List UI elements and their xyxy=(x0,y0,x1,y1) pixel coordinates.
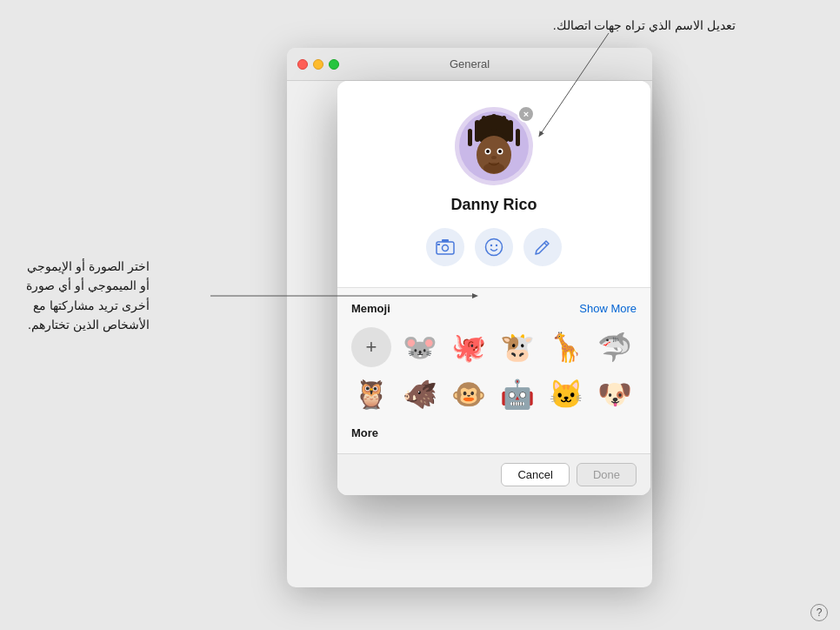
list-item[interactable]: 🐶 xyxy=(595,374,635,414)
dialog-footer: Cancel Done xyxy=(337,453,650,495)
svg-point-20 xyxy=(486,239,503,256)
action-buttons-row xyxy=(426,228,562,266)
remove-avatar-button[interactable]: × xyxy=(517,105,535,123)
callout-left-line2: أو الميموجي أو أي صورة xyxy=(26,276,150,295)
callout-left-line3: أخرى تريد مشاركتها مع xyxy=(26,296,150,315)
list-item[interactable]: 🐗 xyxy=(400,374,440,414)
svg-point-12 xyxy=(486,150,490,153)
list-item[interactable]: 🤖 xyxy=(497,374,537,414)
callout-left: اختر الصورة أو الإيموجي أو الميموجي أو أ… xyxy=(26,257,150,335)
avatar-section: × Danny Rico xyxy=(337,81,650,287)
memoji-picker-panel: Memoji Show More + 🐭 🐙 🐮 🦒 🦈 🦉 🐗 🐵 🤖 🐱 🐶… xyxy=(337,287,650,453)
more-section-label: More xyxy=(351,426,637,439)
user-name: Danny Rico xyxy=(450,196,537,214)
show-more-link[interactable]: Show More xyxy=(579,302,637,315)
minimize-button[interactable] xyxy=(313,59,323,70)
list-item[interactable]: 🦒 xyxy=(546,327,586,367)
svg-rect-19 xyxy=(437,244,440,245)
svg-rect-7 xyxy=(502,116,506,135)
done-button[interactable]: Done xyxy=(577,463,637,486)
maximize-button[interactable] xyxy=(329,59,339,70)
svg-rect-5 xyxy=(516,129,520,146)
cancel-button[interactable]: Cancel xyxy=(501,463,569,486)
svg-rect-4 xyxy=(468,129,472,146)
list-item[interactable]: 🦈 xyxy=(595,327,635,367)
callout-top-text: تعديل الاسم الذي تراه جهات اتصالك. xyxy=(553,18,736,32)
add-memoji-button[interactable]: + xyxy=(351,327,391,367)
close-button[interactable] xyxy=(297,59,308,70)
list-item[interactable]: 🐱 xyxy=(546,374,586,414)
svg-point-15 xyxy=(483,163,504,173)
svg-point-13 xyxy=(498,150,502,153)
svg-rect-6 xyxy=(482,116,486,135)
svg-rect-18 xyxy=(442,239,449,242)
svg-rect-8 xyxy=(491,114,497,131)
traffic-lights xyxy=(297,59,339,70)
svg-rect-3 xyxy=(508,120,513,142)
avatar-wrapper: × xyxy=(455,107,533,185)
svg-point-17 xyxy=(443,245,449,251)
callout-left-line1: اختر الصورة أو الإيموجي xyxy=(26,257,150,276)
emoji-action-button[interactable] xyxy=(475,228,513,266)
list-item[interactable]: 🐙 xyxy=(449,327,489,367)
list-item[interactable]: 🦉 xyxy=(351,374,391,414)
memoji-section-label: Memoji xyxy=(351,302,390,315)
list-item[interactable]: 🐮 xyxy=(497,327,537,367)
callout-top: تعديل الاسم الذي تراه جهات اتصالك. xyxy=(553,16,736,35)
memoji-avatar xyxy=(459,111,529,181)
list-item[interactable]: 🐵 xyxy=(449,374,489,414)
edit-action-button[interactable] xyxy=(523,228,562,266)
picker-header: Memoji Show More xyxy=(351,302,637,315)
emoji-grid: + 🐭 🐙 🐮 🦒 🦈 🦉 🐗 🐵 🤖 🐱 🐶 xyxy=(351,327,637,414)
svg-point-21 xyxy=(490,245,492,246)
svg-rect-2 xyxy=(475,120,480,142)
list-item[interactable]: 🐭 xyxy=(400,327,440,367)
window-titlebar: General xyxy=(287,48,652,81)
callout-left-line4: الأشخاص الذين تختارهم. xyxy=(26,315,150,334)
svg-point-14 xyxy=(491,156,497,159)
edit-profile-dialog: × Danny Rico xyxy=(337,81,650,495)
svg-point-22 xyxy=(496,245,497,246)
photo-action-button[interactable] xyxy=(426,228,464,266)
window-title: General xyxy=(450,57,490,70)
help-button[interactable]: ? xyxy=(810,604,828,621)
